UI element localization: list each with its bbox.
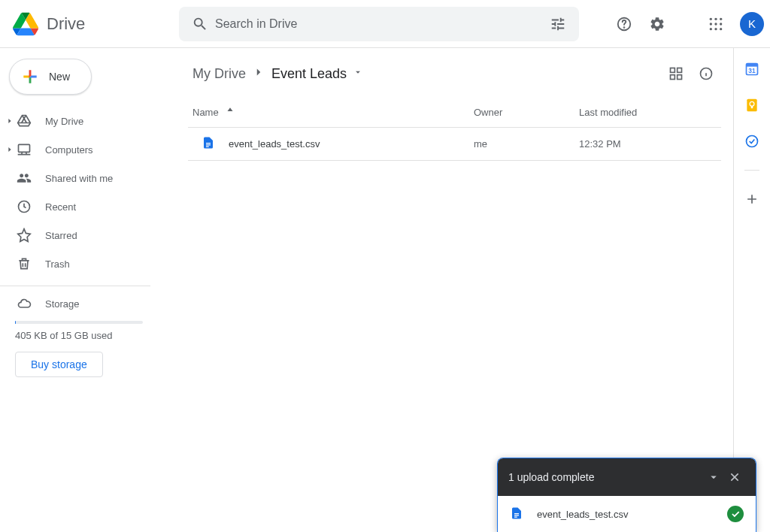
tasks-app-icon[interactable] <box>744 134 759 149</box>
header: Drive K <box>0 0 770 48</box>
svg-point-9 <box>714 28 717 30</box>
sidebar-item-computers[interactable]: Computers <box>0 135 179 164</box>
file-name: event_leads_test.csv <box>229 138 320 150</box>
sidebar-item-label: Recent <box>45 201 76 213</box>
svg-text:31: 31 <box>748 67 756 74</box>
clock-icon <box>15 199 33 214</box>
search-icon[interactable] <box>185 9 215 39</box>
layout-grid-icon[interactable] <box>661 59 691 89</box>
chevron-right-icon <box>252 65 265 82</box>
account-avatar[interactable]: K <box>740 12 764 36</box>
table-row[interactable]: event_leads_test.csv me 12:32 PM <box>188 128 721 161</box>
sort-asc-icon[interactable] <box>225 106 235 119</box>
sidebar-item-label: Storage <box>45 298 80 310</box>
svg-rect-13 <box>671 68 675 73</box>
cloud-icon <box>15 296 33 311</box>
star-icon <box>15 228 33 243</box>
svg-point-4 <box>720 17 722 20</box>
column-modified[interactable]: Last modified <box>579 107 721 118</box>
upload-toast-header: 1 upload complete <box>498 458 756 496</box>
breadcrumb: My Drive Event Leads <box>188 59 721 89</box>
storage-progress <box>15 321 143 324</box>
svg-rect-21 <box>747 99 756 112</box>
svg-point-7 <box>720 23 722 25</box>
svg-rect-11 <box>19 144 30 152</box>
divider <box>744 170 759 171</box>
caret-right-icon[interactable] <box>5 146 15 153</box>
sidebar-item-label: My Drive <box>45 116 83 127</box>
app-name: Drive <box>47 14 85 34</box>
table-header: Name Owner Last modified <box>188 98 721 128</box>
sidebar-item-label: Starred <box>45 230 77 241</box>
svg-point-2 <box>710 17 712 20</box>
svg-point-5 <box>710 23 712 25</box>
file-owner: me <box>474 138 579 150</box>
help-icon[interactable] <box>609 9 639 39</box>
sidebar-item-shared[interactable]: Shared with me <box>0 164 179 192</box>
svg-rect-19 <box>747 64 758 67</box>
search-bar[interactable] <box>179 7 579 41</box>
svg-point-8 <box>710 28 712 30</box>
breadcrumb-item-current[interactable]: Event Leads <box>267 63 351 85</box>
settings-icon[interactable] <box>642 9 672 39</box>
svg-rect-15 <box>671 75 675 80</box>
svg-point-3 <box>714 17 717 20</box>
svg-rect-23 <box>751 106 753 108</box>
sidebar-item-my-drive[interactable]: My Drive <box>0 107 179 135</box>
chevron-down-icon[interactable] <box>703 470 724 484</box>
sidebar-item-starred[interactable]: Starred <box>0 221 179 249</box>
search-options-icon[interactable] <box>543 9 573 39</box>
sidebar-item-label: Trash <box>45 258 70 270</box>
storage-usage-text: 405 KB of 15 GB used <box>15 330 179 341</box>
apps-icon[interactable] <box>701 9 731 39</box>
column-name[interactable]: Name <box>188 106 474 119</box>
svg-point-10 <box>720 28 722 30</box>
svg-rect-16 <box>678 75 682 80</box>
success-check-icon <box>727 506 744 522</box>
sidebar-item-label: Shared with me <box>45 173 113 184</box>
upload-status-text: 1 upload complete <box>508 471 594 483</box>
trash-icon <box>15 256 33 271</box>
svg-rect-14 <box>678 68 682 73</box>
addons-plus-icon[interactable] <box>744 192 759 207</box>
plus-icon <box>20 67 40 86</box>
search-input[interactable] <box>215 17 543 31</box>
people-icon <box>15 171 33 186</box>
file-icon <box>510 506 523 522</box>
calendar-app-icon[interactable]: 31 <box>744 62 759 77</box>
drive-icon <box>15 113 33 128</box>
column-owner[interactable]: Owner <box>474 107 579 118</box>
divider <box>0 286 150 286</box>
new-button-label: New <box>49 71 70 83</box>
svg-point-1 <box>624 27 625 28</box>
buy-storage-button[interactable]: Buy storage <box>15 352 103 377</box>
sidebar-item-label: Computers <box>45 144 93 156</box>
caret-down-icon[interactable] <box>353 67 363 80</box>
caret-right-icon[interactable] <box>5 117 15 125</box>
sidebar-item-trash[interactable]: Trash <box>0 249 179 278</box>
close-icon[interactable] <box>724 471 745 483</box>
keep-app-icon[interactable] <box>744 98 759 113</box>
header-actions: K <box>609 9 764 39</box>
sidebar: New My Drive Computers Shared with me Re… <box>0 48 179 532</box>
svg-point-6 <box>714 23 717 25</box>
drive-logo-icon <box>11 9 41 39</box>
upload-item[interactable]: event_leads_test.csv <box>498 496 756 532</box>
computer-icon <box>15 142 33 157</box>
file-modified: 12:32 PM <box>579 138 721 150</box>
breadcrumb-item[interactable]: My Drive <box>188 63 250 85</box>
upload-toast: 1 upload complete event_leads_test.csv <box>497 458 756 532</box>
logo-wrap[interactable]: Drive <box>11 9 179 39</box>
svg-point-24 <box>747 136 758 147</box>
file-icon <box>202 136 215 152</box>
upload-file-name: event_leads_test.csv <box>537 509 727 520</box>
sidebar-item-storage[interactable]: Storage <box>0 289 179 318</box>
info-icon[interactable] <box>691 59 721 89</box>
sidebar-item-recent[interactable]: Recent <box>0 192 179 221</box>
new-button[interactable]: New <box>9 59 92 95</box>
